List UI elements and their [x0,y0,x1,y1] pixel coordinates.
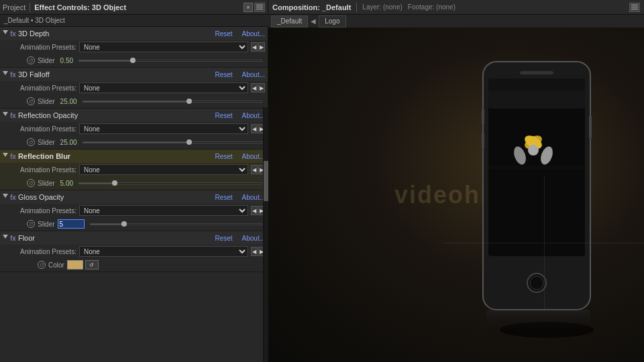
falloff-name: 3D Falloff [18,70,213,78]
depth-slider-thumb[interactable] [130,58,136,63]
refl-opacity-slider-thumb[interactable] [186,139,192,145]
gloss-opacity-about-button[interactable]: About... [242,194,265,201]
falloff-stopwatch-icon[interactable]: ⏱ [27,97,35,105]
panel-close-button[interactable]: × [244,3,253,12]
refl-opacity-prev-button[interactable]: ◀ [251,124,258,133]
svg-rect-16 [486,310,590,337]
depth-presets-label: Animation Presets: [20,44,76,51]
refl-blur-prev-button[interactable]: ◀ [251,165,258,174]
falloff-next-button[interactable]: ▶ [258,83,265,93]
composition-panel: _Default ◀ Logo videohive [268,15,644,362]
depth-presets-dropdown[interactable]: None [79,42,248,52]
depth-slider-track[interactable] [78,60,262,62]
panel-menu-button[interactable] [254,3,265,12]
falloff-about-button[interactable]: About... [242,71,265,78]
refl-opacity-name: Reflection Opacity [18,111,213,119]
comp-tab-arrow-left[interactable]: ◀ [309,17,317,25]
gloss-opacity-slider-input[interactable] [58,219,85,229]
refl-opacity-expand-icon[interactable] [3,112,8,119]
refl-blur-slider-value[interactable]: 5.00 [60,180,73,187]
falloff-expand-icon[interactable] [3,71,8,78]
gloss-opacity-reset-button[interactable]: Reset [215,194,232,201]
refl-blur-stopwatch-icon[interactable]: ⏱ [27,179,35,187]
divider [30,3,30,12]
floor-color-reset-button[interactable]: ↺ [85,260,99,269]
depth-fx-badge: fx [10,30,16,38]
gloss-opacity-presets-dropdown[interactable]: None [79,205,248,216]
refl-blur-slider-track[interactable] [78,182,262,184]
gloss-opacity-fx-badge: fx [10,194,16,201]
scrollbar-track[interactable] [263,107,268,362]
refl-opacity-stopwatch-icon[interactable]: ⏱ [27,138,35,146]
refl-blur-presets-dropdown[interactable]: None [79,164,248,175]
depth-expand-icon[interactable] [3,30,8,37]
falloff-reset-button[interactable]: Reset [215,71,232,78]
depth-slider-value[interactable]: 0.50 [60,57,73,64]
effect-3d-falloff: fx 3D Falloff Reset About... Animation P… [0,68,268,109]
depth-stopwatch-icon[interactable]: ⏱ [27,56,35,64]
refl-opacity-presets-row: Animation Presets: None ◀ ▶ [0,122,268,135]
refl-opacity-slider-value[interactable]: 25.00 [60,139,77,146]
comp-crosshair-h [443,243,644,243]
refl-blur-fx-badge: fx [10,153,16,160]
depth-prev-button[interactable]: ◀ [251,42,258,52]
refl-opacity-slider-label: Slider [38,139,55,146]
comp-tab-logo[interactable]: Logo [319,15,345,27]
layer-label: Layer: (none) [362,3,402,11]
svg-point-7 [528,145,539,156]
menu-line-2 [256,7,263,7]
floor-color-box[interactable] [67,260,83,269]
rmenu-line-3 [631,9,638,9]
effect-falloff-header: fx 3D Falloff Reset About... [0,68,268,81]
falloff-prev-button[interactable]: ◀ [251,83,258,93]
divider2 [356,3,357,12]
floor-name: Floor [18,234,213,242]
refl-blur-about-button[interactable]: About... [242,153,265,160]
floor-prev-button[interactable]: ◀ [251,247,258,256]
depth-next-button[interactable]: ▶ [258,42,265,52]
floor-reset-button[interactable]: Reset [215,235,232,242]
falloff-presets-dropdown[interactable]: None [79,82,248,93]
svg-point-12 [530,276,543,290]
effect-reflection-blur-header: fx Reflection Blur Reset About... [0,149,268,163]
panel-title: Effect Controls: 3D Object [34,3,126,11]
gloss-opacity-slider-track[interactable] [90,223,262,225]
refl-blur-reset-button[interactable]: Reset [215,153,232,160]
effect-3d-depth: fx 3D Depth Reset About... Animation Pre… [0,27,268,68]
floor-expand-icon[interactable] [3,235,8,241]
falloff-fx-badge: fx [10,71,16,78]
gloss-opacity-prev-button[interactable]: ◀ [251,206,258,215]
refl-opacity-slider-track[interactable] [83,141,262,143]
falloff-slider-track[interactable] [83,101,262,103]
falloff-slider-thumb[interactable] [186,99,192,104]
gloss-opacity-slider-thumb[interactable] [121,221,127,227]
svg-rect-15 [589,115,592,139]
refl-opacity-reset-button[interactable]: Reset [215,112,232,119]
comp-tab-logo-label: Logo [325,17,339,25]
depth-slider-row: ⏱ Slider 0.50 [0,54,268,67]
rmenu-line-1 [631,5,638,5]
falloff-slider-row: ⏱ Slider 25.00 [0,95,268,108]
comp-tab-default[interactable]: _Default [271,15,308,27]
floor-stopwatch-icon[interactable]: ⏱ [38,261,46,269]
floor-presets-dropdown[interactable]: None [79,246,248,257]
floor-color-row: ⏱ Color ↺ [0,258,268,272]
footage-label: Footage: (none) [408,3,455,11]
floor-color-swatch: ↺ [67,260,99,269]
depth-reset-button[interactable]: Reset [215,30,232,38]
refl-opacity-presets-dropdown[interactable]: None [79,123,248,134]
breadcrumb-text: _Default • 3D Object [4,17,65,24]
gloss-opacity-presets-label: Animation Presets: [20,207,76,215]
right-panel-menu-button[interactable] [629,3,640,12]
refl-opacity-about-button[interactable]: About... [242,112,265,119]
depth-about-button[interactable]: About... [242,30,265,38]
refl-blur-slider-thumb[interactable] [112,180,117,186]
floor-about-button[interactable]: About... [242,235,265,242]
floor-color-label: Color [48,261,64,269]
gloss-opacity-slider-label: Slider [38,221,55,228]
gloss-opacity-stopwatch-icon[interactable]: ⏱ [27,220,35,228]
effect-floor: fx Floor Reset About... Animation Preset… [0,231,268,272]
refl-blur-expand-icon[interactable] [3,153,8,160]
gloss-opacity-expand-icon[interactable] [3,194,8,200]
falloff-slider-value[interactable]: 25.00 [60,98,77,105]
